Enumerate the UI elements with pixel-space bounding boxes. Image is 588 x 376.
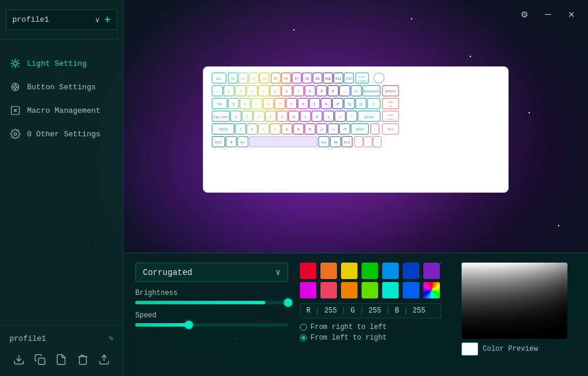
- rgb-row: R | 255 | G | 255 | B | 255: [300, 303, 441, 318]
- svg-text:,<: ,<: [320, 128, 323, 131]
- speed-thumb[interactable]: [185, 321, 193, 329]
- svg-line-7: [12, 66, 13, 67]
- svg-text:↓: ↓: [367, 140, 369, 145]
- svg-text:Up: Up: [389, 105, 392, 108]
- sidebar-item-other-settings[interactable]: 0 Other Settings: [0, 122, 123, 146]
- effect-dropdown[interactable]: Corrugated ∨: [135, 263, 288, 282]
- direction-right-to-left[interactable]: From right to left: [300, 323, 441, 331]
- svg-text:F: F: [270, 115, 272, 118]
- svg-text:B: B: [286, 128, 288, 131]
- svg-rect-174: [249, 136, 318, 147]
- r-value: 255: [324, 307, 337, 315]
- titlebar: ⚙ — ✕: [508, 0, 588, 28]
- speed-fill: [135, 323, 189, 327]
- svg-text:.>: .>: [332, 128, 335, 131]
- chevron-icon: ∨: [276, 267, 280, 277]
- other-settings-label: 0 Other Settings: [27, 130, 101, 139]
- svg-text:R: R: [268, 103, 269, 106]
- svg-text:2: 2: [240, 90, 242, 93]
- main-content: Esc F1 F2 F3 F4 F5 F6 F7 F8 F9: [123, 0, 588, 376]
- macro-icon: [9, 105, 21, 116]
- sidebar-item-macro-management[interactable]: Macro Management: [0, 99, 123, 122]
- svg-text:⇧Shift: ⇧Shift: [355, 128, 365, 131]
- svg-text:+=: +=: [355, 90, 358, 93]
- import-icon[interactable]: [11, 351, 27, 368]
- brightness-slider[interactable]: [135, 301, 288, 304]
- svg-text:': ': [351, 115, 353, 118]
- settings-icon[interactable]: ⚙: [517, 7, 532, 21]
- bottom-panel: Corrugated ∨ Brightness Speed: [123, 253, 588, 376]
- svg-text:[{: [{: [348, 103, 351, 106]
- color-swatches: [300, 263, 441, 298]
- edit-profile-icon[interactable]: ✎: [109, 334, 113, 343]
- svg-text:S: S: [246, 115, 248, 118]
- export-icon[interactable]: [96, 351, 112, 368]
- document-icon[interactable]: [53, 351, 69, 368]
- g-label: G: [350, 307, 355, 315]
- svg-text:F4: F4: [262, 77, 266, 80]
- swatch-blue[interactable]: [382, 263, 399, 279]
- swatch-spectrum[interactable]: [423, 282, 440, 298]
- svg-text:J: J: [305, 115, 306, 118]
- delete-icon[interactable]: [75, 351, 91, 368]
- svg-text:6: 6: [286, 90, 288, 93]
- sidebar-item-button-settings[interactable]: Button Settings: [0, 75, 123, 99]
- svg-text:;:: ;:: [338, 115, 342, 118]
- minimize-button[interactable]: —: [541, 7, 555, 21]
- svg-text:Ctrl: Ctrl: [344, 141, 350, 144]
- effect-label: Corrugated: [143, 268, 192, 277]
- svg-text:3: 3: [251, 90, 253, 93]
- swatch-red[interactable]: [300, 263, 316, 279]
- brightness-section: Brightness: [135, 289, 288, 304]
- direction-ltr-label: From left to right: [310, 334, 387, 342]
- svg-text:H: H: [293, 115, 295, 118]
- svg-text:Ctrl: Ctrl: [215, 141, 222, 144]
- swatch-amber[interactable]: [341, 282, 358, 298]
- speed-slider[interactable]: [135, 323, 288, 327]
- svg-text:F11: F11: [336, 77, 341, 80]
- svg-text:Alt: Alt: [322, 141, 326, 144]
- color-picker[interactable]: [462, 263, 567, 339]
- swatch-orange[interactable]: [320, 263, 337, 279]
- swatch-green[interactable]: [362, 263, 378, 279]
- panel-middle: R | 255 | G | 255 | B | 255 From right t…: [300, 263, 441, 367]
- button-settings-icon: [9, 81, 21, 93]
- brightness-thumb[interactable]: [284, 298, 292, 307]
- swatch-navy[interactable]: [403, 263, 419, 279]
- swatch-cyan[interactable]: [382, 282, 399, 298]
- svg-text:F9: F9: [316, 77, 319, 80]
- copy-icon[interactable]: [32, 351, 48, 368]
- svg-text:L: L: [328, 115, 329, 118]
- svg-text:F10: F10: [325, 77, 330, 80]
- gear-icon: [9, 128, 21, 140]
- svg-text:]}: ]}: [359, 103, 363, 106]
- svg-text:4: 4: [263, 90, 265, 93]
- swatch-yellow[interactable]: [341, 263, 358, 279]
- swatch-magenta[interactable]: [300, 282, 316, 298]
- profile-dropdown[interactable]: profile1 ∨ +: [6, 9, 117, 30]
- footer-profile-name: profile1: [9, 334, 46, 343]
- close-button[interactable]: ✕: [564, 7, 579, 21]
- sidebar-item-light-setting[interactable]: Light Setting: [0, 52, 123, 75]
- b-value: 255: [413, 307, 426, 315]
- swatch-pink[interactable]: [320, 282, 337, 298]
- swatch-purple[interactable]: [423, 263, 440, 279]
- swatch-lime[interactable]: [362, 282, 378, 298]
- brightness-fill: [135, 301, 265, 304]
- svg-text:G: G: [281, 115, 283, 118]
- add-profile-button[interactable]: +: [104, 14, 111, 26]
- svg-text:9: 9: [320, 90, 322, 93]
- svg-text:P: P: [337, 103, 339, 106]
- speed-label: Speed: [135, 311, 288, 320]
- svg-line-4: [18, 66, 19, 67]
- swatch-cobalt[interactable]: [403, 282, 419, 298]
- panel-right: Color Preview: [453, 263, 576, 367]
- radio-ltr: [300, 334, 307, 341]
- svg-text:T: T: [279, 103, 280, 106]
- direction-left-to-right[interactable]: From left to right: [300, 334, 441, 342]
- svg-text:F1: F1: [231, 77, 235, 80]
- color-preview-box: [462, 343, 478, 355]
- svg-text:~`: ~`: [216, 90, 219, 93]
- svg-text:Q: Q: [233, 103, 235, 106]
- svg-text:C: C: [263, 128, 265, 131]
